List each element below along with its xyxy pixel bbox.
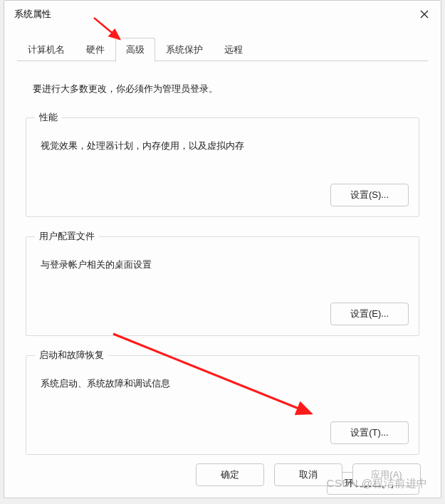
cancel-button[interactable]: 取消 <box>274 463 342 486</box>
group-user-profiles-title: 用户配置文件 <box>35 230 99 243</box>
dialog-button-row: 确定 取消 应用(A) <box>4 463 441 486</box>
tab-system-protection[interactable]: 系统保护 <box>155 38 214 61</box>
system-properties-dialog: 系统属性 计算机名 硬件 高级 系统保护 远程 要进行大多数更改，你必须作为管理… <box>4 0 441 498</box>
tab-computer-name[interactable]: 计算机名 <box>17 38 75 61</box>
tab-underline <box>17 61 428 61</box>
tab-hardware[interactable]: 硬件 <box>75 38 115 61</box>
group-performance-desc: 视觉效果，处理器计划，内存使用，以及虚拟内存 <box>41 140 409 152</box>
admin-notice: 要进行大多数更改，你必须作为管理员登录。 <box>33 83 419 95</box>
group-startup-recovery-title: 启动和故障恢复 <box>35 349 108 362</box>
tab-advanced[interactable]: 高级 <box>115 38 155 62</box>
user-profiles-settings-button[interactable]: 设置(E)... <box>330 303 409 325</box>
group-performance-title: 性能 <box>35 111 62 124</box>
tab-row: 计算机名 硬件 高级 系统保护 远程 <box>4 28 441 61</box>
window-title: 系统属性 <box>14 8 51 21</box>
close-icon <box>420 10 429 19</box>
group-user-profiles-desc: 与登录帐户相关的桌面设置 <box>41 258 409 271</box>
apply-button[interactable]: 应用(A) <box>352 463 421 486</box>
startup-recovery-settings-button[interactable]: 设置(T)... <box>330 421 409 444</box>
close-button[interactable] <box>408 1 441 28</box>
performance-settings-button[interactable]: 设置(S)... <box>330 184 409 206</box>
ok-button[interactable]: 确定 <box>196 463 264 486</box>
group-startup-recovery: 启动和故障恢复 系统启动、系统故障和调试信息 设置(T)... <box>26 349 419 455</box>
titlebar: 系统属性 <box>4 1 441 28</box>
tab-remote[interactable]: 远程 <box>214 38 253 61</box>
tab-content-advanced: 要进行大多数更改，你必须作为管理员登录。 性能 视觉效果，处理器计划，内存使用，… <box>4 61 441 455</box>
group-user-profiles: 用户配置文件 与登录帐户相关的桌面设置 设置(E)... <box>26 230 419 336</box>
group-performance: 性能 视觉效果，处理器计划，内存使用，以及虚拟内存 设置(S)... <box>26 111 419 217</box>
group-startup-recovery-desc: 系统启动、系统故障和调试信息 <box>41 377 409 390</box>
